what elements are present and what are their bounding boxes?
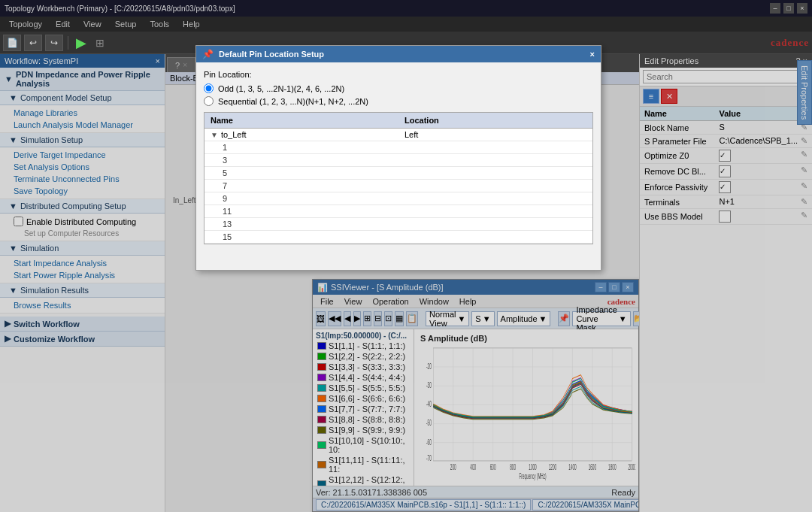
dialog-radio-odd-row: Odd (1, 3, 5, ...2N-1)(2, 4, 6, ...2N)	[204, 83, 593, 93]
dialog-title-text: 📌 Default Pin Location Setup	[202, 49, 324, 59]
dialog-num-13: 13	[205, 218, 404, 230]
dialog-loc-1	[404, 146, 592, 149]
dialog-num-7: 7	[205, 180, 404, 192]
dialog-num-3: 3	[205, 154, 404, 166]
dialog-radio-odd-label: Odd (1, 3, 5, ...2N-1)(2, 4, 6, ...2N)	[218, 84, 344, 93]
dialog-row-to-left: ▼ to_Left Left	[205, 129, 592, 141]
dialog-loc-9	[404, 197, 592, 200]
dialog-col-name: Name	[205, 114, 398, 126]
dialog-loc-3	[404, 159, 592, 162]
dialog-close-button[interactable]: ×	[590, 50, 595, 59]
dialog-pin-icon: 📌	[202, 49, 214, 59]
dialog-loc-to-left: Left	[398, 129, 592, 141]
dialog-row-13: 13	[205, 218, 592, 231]
dialog-row-7: 7	[205, 180, 592, 192]
dialog-loc-7	[404, 184, 592, 187]
dialog-pin-location: 📌 Default Pin Location Setup × Pin Locat…	[195, 45, 601, 271]
dialog-row-15: 15	[205, 231, 592, 244]
dialog-group-to-left-label: to_Left	[221, 130, 247, 139]
dialog-row-1: 1	[205, 141, 592, 154]
dialog-radio-sequential-row: Sequential (1, 2, 3, ...N)(N+1, N+2, ...…	[204, 96, 593, 106]
dialog-num-1: 1	[205, 141, 404, 153]
dialog-overlay: 📌 Default Pin Location Setup × Pin Locat…	[0, 0, 812, 512]
dialog-num-11: 11	[205, 205, 404, 217]
dialog-title-bar: 📌 Default Pin Location Setup ×	[196, 46, 601, 62]
dialog-loc-5	[404, 171, 592, 174]
dialog-row-9: 9	[205, 192, 592, 205]
dialog-loc-11	[404, 210, 592, 213]
tri-icon-to-left: ▼	[211, 131, 218, 139]
dialog-loc-15	[404, 235, 592, 238]
dialog-num-5: 5	[205, 167, 404, 179]
dialog-pin-location-label: Pin Location:	[204, 70, 593, 79]
dialog-loc-13	[404, 223, 592, 226]
dialog-row-3: 3	[205, 154, 592, 167]
dialog-table: Name Location ▼ to_Left Left 1	[204, 112, 593, 244]
dialog-radio-sequential-label: Sequential (1, 2, 3, ...N)(N+1, N+2, ...…	[218, 97, 368, 106]
dialog-content: Pin Location: Odd (1, 3, 5, ...2N-1)(2, …	[196, 62, 601, 270]
dialog-col-location: Location	[398, 114, 592, 126]
dialog-title-label: Default Pin Location Setup	[219, 50, 324, 59]
dialog-num-15: 15	[205, 231, 404, 243]
dialog-table-body: ▼ to_Left Left 1 3 5	[205, 129, 592, 244]
dialog-radio-group: Pin Location: Odd (1, 3, 5, ...2N-1)(2, …	[204, 70, 593, 106]
dialog-radio-sequential[interactable]	[204, 96, 214, 106]
dialog-num-9: 9	[205, 192, 404, 204]
dialog-radio-odd[interactable]	[204, 83, 214, 93]
dialog-row-5: 5	[205, 167, 592, 180]
dialog-group-to-left: ▼ to_Left	[205, 129, 398, 141]
dialog-row-11: 11	[205, 205, 592, 218]
dialog-table-header: Name Location	[205, 113, 592, 129]
